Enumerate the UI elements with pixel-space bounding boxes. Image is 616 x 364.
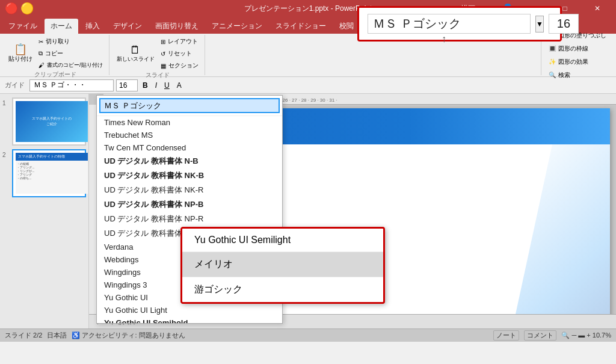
slide-2-bg: スマホ購入予約サイトの特徴 ・の短縮・アリング...・リングが...・アリング・… — [16, 153, 88, 194]
clipboard-content: 📋 貼り付け ✂ 切り取り ⧉ コピー 🖌 書式のコピー/貼り付け — [6, 36, 105, 70]
shape-outline-button[interactable]: 🔳 図形の枠線 — [546, 43, 609, 54]
slide-1-number: 1 — [2, 100, 6, 106]
bold-button[interactable]: B — [140, 80, 150, 91]
shape-effect-icon: ✨ — [549, 58, 556, 65]
shape-outline-icon: 🔳 — [549, 45, 556, 52]
tab-review[interactable]: 校閲 — [333, 19, 360, 34]
format-painter-button[interactable]: 🖌 書式のコピー/貼り付け — [36, 60, 105, 70]
font-item-yugothicui-semibold[interactable]: Yu Gothic UI Semibold — [97, 316, 282, 324]
tooltip-item-yugothic[interactable]: 游ゴシック — [182, 277, 383, 302]
font-item-ud-nkr[interactable]: UD デジタル 教科書体 NK-R — [97, 183, 282, 197]
slide-2-container: 2 スマホ購入予約サイトの特徴 ・の短縮・アリング...・リングが...・アリン… — [12, 149, 86, 197]
ribbon-group-slides: 🗒 新しいスライド ⊞ レイアウト ↺ リセット ▦ セクション スライド — [111, 35, 205, 75]
font-name-input[interactable] — [29, 79, 114, 91]
mouse-cursor-icon: ↑ — [442, 34, 446, 45]
comment-button[interactable]: コメント — [524, 330, 556, 341]
status-right: ノート コメント 🔍 ─ ▬ + 10.7% — [493, 330, 611, 341]
slide-info: スライド 2/2 — [5, 331, 42, 340]
status-left: スライド 2/2 日本語 ♿ アクセシビリティ: 問題ありません — [5, 331, 185, 340]
slide-1-text: スマホ購入予約サイトのご紹介 — [29, 114, 74, 129]
layout-icon: ⊞ — [161, 39, 165, 45]
tab-home[interactable]: ホーム — [45, 19, 78, 34]
layout-button[interactable]: ⊞ レイアウト — [158, 36, 201, 47]
copy-button[interactable]: ⧉ コピー — [36, 48, 105, 59]
font-item-times[interactable]: Times New Roman — [97, 116, 282, 129]
tab-animations[interactable]: アニメーション — [206, 19, 268, 34]
tab-slideshow[interactable]: スライドショー — [270, 19, 332, 34]
font-item-ud-npr[interactable]: UD デジタル 教科書体 NP-R — [97, 212, 282, 226]
zoom-control[interactable]: 🔍 ─ ▬ + 10.7% — [561, 332, 611, 339]
new-slide-icon: 🗒 — [130, 45, 141, 55]
tooltip-item-meiryo[interactable]: メイリオ — [182, 252, 383, 277]
font-name-overlay-input[interactable] — [368, 14, 531, 34]
font-size-input[interactable] — [116, 79, 138, 91]
font-search-input[interactable] — [99, 98, 280, 113]
search-button[interactable]: 🔍 検索 — [546, 70, 609, 81]
clipboard-label: クリップボード — [6, 70, 105, 79]
font-item-ud-nb[interactable]: UD デジタル 教科書体 N-B — [97, 154, 282, 168]
underline-button[interactable]: U — [162, 80, 172, 91]
copy-icon: ⧉ — [38, 50, 43, 57]
font-item-ud-nkb[interactable]: UD デジタル 教科書体 NK-B — [97, 168, 282, 183]
font-dropdown-arrow[interactable]: ▼ — [535, 16, 544, 32]
font-item-yugothicui-light[interactable]: Yu Gothic UI Light — [97, 304, 282, 316]
new-slide-button[interactable]: 🗒 新しいスライド — [114, 43, 157, 64]
font-search-container — [97, 96, 282, 116]
slide-2-thumb[interactable]: スマホ購入予約サイトの特徴 ・の短縮・アリング...・リングが...・アリング・… — [12, 149, 86, 197]
slides-label: スライド — [114, 71, 201, 79]
font-item-ud-npb[interactable]: UD デジタル 教科書体 NP-B — [97, 197, 282, 212]
slide-2-content: スマホ購入予約サイトの特徴 ・の短縮・アリング...・リングが...・アリング・… — [16, 153, 88, 194]
section-button[interactable]: ▦ セクション — [158, 60, 201, 71]
slide-2-title: スマホ購入予約サイトの特徴 — [16, 153, 88, 161]
language-indicator: 日本語 — [47, 331, 67, 340]
tab-file[interactable]: ファイル — [2, 19, 43, 34]
slide-1-content: スマホ購入予約サイトのご紹介 — [16, 101, 88, 142]
font-name-overlay: ▼ ↑ — [357, 6, 562, 42]
paste-button[interactable]: 📋 貼り付け — [6, 43, 35, 64]
cut-button[interactable]: ✂ 切り取り — [36, 36, 105, 47]
reset-button[interactable]: ↺ リセット — [158, 48, 201, 59]
font-color-button[interactable]: A — [174, 80, 184, 91]
format-painter-icon: 🖌 — [38, 62, 45, 69]
ribbon-group-clipboard: 📋 貼り付け ✂ 切り取り ⧉ コピー 🖌 書式のコピー/貼り付け クリップボー… — [2, 35, 109, 75]
paste-icon: 📋 — [14, 44, 27, 55]
section-icon: ▦ — [161, 63, 166, 69]
slide-2-body: ・の短縮・アリング...・リングが...・アリング・の待ち... — [16, 161, 88, 181]
slide-1-container: 1 スマホ購入予約サイトのご紹介 — [12, 97, 86, 146]
font-bar: ガイド B I U A — [0, 77, 616, 94]
note-button[interactable]: ノート — [493, 330, 519, 341]
tab-design[interactable]: デザイン — [107, 19, 148, 34]
italic-button[interactable]: I — [153, 80, 159, 91]
font-item-trebuchet[interactable]: Trebuchet MS — [97, 129, 282, 141]
slides-content: 🗒 新しいスライド ⊞ レイアウト ↺ リセット ▦ セクション — [114, 36, 201, 71]
slide-2-number: 2 — [2, 152, 6, 158]
slide-1-bg: スマホ購入予約サイトのご紹介 — [16, 101, 88, 142]
shape-effect-button[interactable]: ✨ 図形の効果 — [546, 57, 609, 67]
reset-icon: ↺ — [161, 51, 165, 57]
search-icon: 🔍 — [549, 72, 556, 78]
title-text: プレゼンテーション1.pptx - PowerPoint — [244, 4, 372, 14]
font-tooltip: Yu Gothic UI Semilight メイリオ 游ゴシック — [180, 227, 385, 304]
close-button[interactable]: ✕ — [584, 0, 611, 17]
accessibility-status: ♿ アクセシビリティ: 問題ありません — [72, 331, 185, 340]
font-size-overlay-input[interactable] — [549, 14, 579, 34]
slide-1-thumb[interactable]: スマホ購入予約サイトのご紹介 — [12, 97, 86, 146]
tooltip-item-yugothic-semilight[interactable]: Yu Gothic UI Semilight — [182, 229, 383, 252]
slide-panel: 1 スマホ購入予約サイトのご紹介 2 スマホ購入予約サイトの特徴 ・の短縮・アリ… — [0, 94, 89, 329]
cut-icon: ✂ — [38, 39, 43, 45]
font-item-twcen[interactable]: Tw Cen MT Condensed — [97, 141, 282, 154]
tab-transitions[interactable]: 画面切り替え — [149, 19, 205, 34]
status-bar: スライド 2/2 日本語 ♿ アクセシビリティ: 問題ありません ノート コメン… — [0, 329, 616, 342]
tab-insert[interactable]: 挿入 — [79, 19, 106, 34]
guide-label: ガイド — [5, 81, 25, 90]
